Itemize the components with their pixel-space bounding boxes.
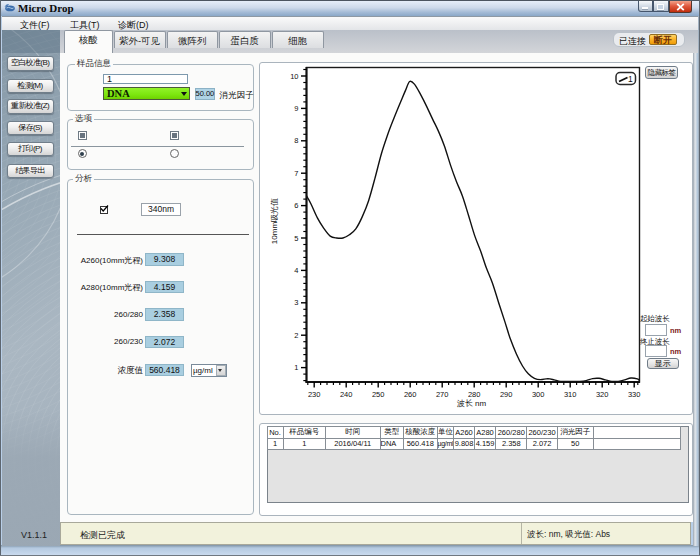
svg-text:3: 3	[294, 298, 298, 307]
svg-text:310: 310	[563, 390, 576, 399]
svg-text:10: 10	[290, 72, 298, 81]
svg-text:230: 230	[307, 390, 320, 399]
svg-text:5: 5	[294, 234, 298, 243]
svg-text:270: 270	[435, 390, 448, 399]
svg-text:320: 320	[595, 390, 608, 399]
svg-text:280: 280	[467, 390, 480, 399]
svg-text:260: 260	[403, 390, 416, 399]
svg-text:9: 9	[294, 104, 298, 113]
svg-text:300: 300	[531, 390, 544, 399]
svg-text:240: 240	[339, 390, 352, 399]
svg-text:330: 330	[627, 390, 640, 399]
svg-text:6: 6	[294, 201, 298, 210]
svg-text:4: 4	[294, 266, 298, 275]
svg-text:1: 1	[294, 363, 298, 372]
svg-text:2: 2	[294, 331, 298, 340]
svg-text:8: 8	[294, 136, 298, 145]
svg-text:10mm吸光值: 10mm吸光值	[269, 198, 278, 244]
svg-text:1: 1	[628, 74, 633, 84]
svg-text:波长 nm: 波长 nm	[456, 399, 486, 408]
svg-text:290: 290	[499, 390, 512, 399]
svg-text:250: 250	[371, 390, 384, 399]
svg-text:7: 7	[294, 169, 298, 178]
